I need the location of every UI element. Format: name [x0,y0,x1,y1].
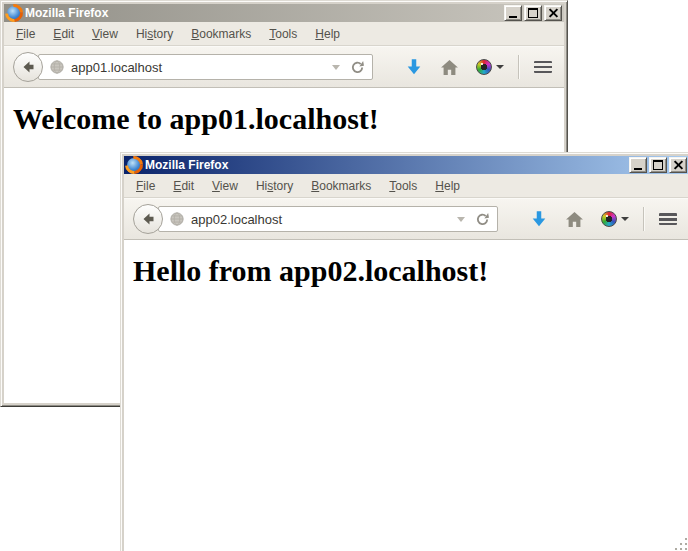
hamburger-menu-icon[interactable] [659,213,677,225]
desktop: Mozilla Firefox File Edit View History B… [0,0,688,551]
menu-file[interactable]: File [127,176,164,196]
minimize-icon [634,168,642,170]
menu-tools[interactable]: Tools [380,176,426,196]
lens-icon [601,211,617,227]
minimize-button[interactable] [629,157,647,173]
reload-icon[interactable] [350,60,365,75]
maximize-button[interactable] [524,5,542,21]
menu-bookmarks[interactable]: Bookmarks [302,176,380,196]
back-arrow-icon [20,59,36,75]
url-bar[interactable]: app01.localhost [38,54,373,80]
minimize-button[interactable] [504,5,522,21]
toolbar-icon-group [388,55,552,79]
navigation-toolbar: app01.localhost [4,46,564,88]
minimize-icon [509,16,517,18]
resize-grip[interactable] [675,538,688,551]
menu-tools[interactable]: Tools [260,24,306,44]
maximize-button[interactable] [649,157,667,173]
hamburger-menu-icon[interactable] [534,61,552,73]
close-button[interactable] [669,157,687,173]
menu-view[interactable]: View [203,176,247,196]
url-bar[interactable]: app02.localhost [158,206,498,232]
lens-icon [476,59,492,75]
navigation-toolbar: app02.localhost [124,198,688,240]
menu-history[interactable]: History [127,24,182,44]
download-icon[interactable] [530,210,548,228]
caret-down-icon [496,65,504,69]
close-icon [674,161,683,170]
menu-bar: File Edit View History Bookmarks Tools H… [124,174,688,198]
lens-extension-button[interactable] [476,59,504,75]
firefox-window-app02: Mozilla Firefox File Edit View History B… [120,152,688,551]
menu-bookmarks[interactable]: Bookmarks [182,24,260,44]
toolbar-separator [518,55,519,79]
maximize-icon [653,160,663,170]
globe-icon[interactable] [170,212,184,226]
back-button[interactable] [133,204,163,234]
lens-extension-button[interactable] [601,211,629,227]
menu-bar: File Edit View History Bookmarks Tools H… [4,22,564,46]
firefox-logo-icon[interactable] [7,6,21,20]
menu-edit[interactable]: Edit [164,176,203,196]
menu-view[interactable]: View [83,24,127,44]
urlbar-dropdown-icon[interactable] [457,217,465,222]
titlebar[interactable]: Mozilla Firefox [124,156,688,174]
resize-grip-dots [685,538,687,540]
globe-icon[interactable] [50,60,64,74]
close-icon [549,9,558,18]
download-icon[interactable] [405,58,423,76]
menu-help[interactable]: Help [426,176,469,196]
titlebar[interactable]: Mozilla Firefox [4,4,564,22]
page-heading: Hello from app02.localhost! [133,254,681,288]
toolbar-separator [643,207,644,231]
back-button[interactable] [13,52,43,82]
menu-history[interactable]: History [247,176,302,196]
menu-edit[interactable]: Edit [44,24,83,44]
maximize-icon [528,8,538,18]
back-arrow-icon [140,211,156,227]
page-heading: Welcome to app01.localhost! [13,102,556,136]
reload-icon[interactable] [475,212,490,227]
home-icon[interactable] [565,211,584,228]
urlbar-dropdown-icon[interactable] [332,65,340,70]
window-title: Mozilla Firefox [25,6,502,20]
menu-file[interactable]: File [7,24,44,44]
caret-down-icon [621,217,629,221]
close-button[interactable] [544,5,562,21]
toolbar-icon-group [513,207,677,231]
page-content: Hello from app02.localhost! [124,240,688,551]
menu-help[interactable]: Help [306,24,349,44]
url-text[interactable]: app02.localhost [191,212,457,227]
window-title: Mozilla Firefox [145,158,627,172]
home-icon[interactable] [440,59,459,76]
firefox-logo-icon[interactable] [127,158,141,172]
url-text[interactable]: app01.localhost [71,60,332,75]
